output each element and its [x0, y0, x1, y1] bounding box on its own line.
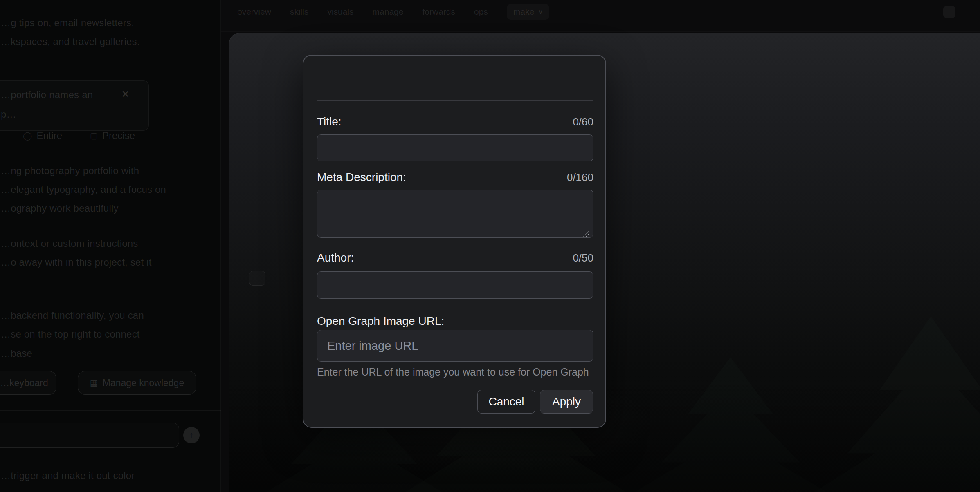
mode-toggle-entire[interactable]: ◯ Entire: [23, 130, 62, 141]
sidebar-text-line: …kspaces, and travel galleries.: [1, 36, 140, 47]
context-card: [0, 80, 149, 131]
cancel-button[interactable]: Cancel: [477, 390, 535, 414]
title-counter: 0/60: [573, 116, 593, 128]
context-card-title: …portfolio names an: [1, 89, 93, 101]
nav-item-skills[interactable]: skills: [290, 7, 309, 17]
chat-text-line: …o away with in this project, set it: [1, 257, 152, 268]
context-card-subtitle: p…: [1, 109, 16, 120]
send-icon: ↑: [189, 430, 194, 441]
author-counter: 0/50: [573, 252, 593, 264]
sidebar: …g tips on, email newsletters, …kspaces,…: [0, 0, 221, 492]
chat-text-line: …se on the top right to connect: [1, 329, 140, 340]
sidebar-text-line: …g tips on, email newsletters,: [1, 17, 134, 29]
keyboard-button[interactable]: …keyboard: [0, 371, 56, 395]
og-help-text: Enter the URL of the image you want to u…: [317, 366, 589, 378]
author-input[interactable]: [317, 271, 593, 299]
og-image-url-label: Open Graph Image URL:: [317, 315, 444, 328]
mode-toggle-row: ◯ Entire ▢ Precise: [23, 130, 135, 141]
make-dropdown-label: make: [513, 7, 534, 17]
sidebar-divider: [0, 410, 221, 411]
chat-text-line: …backend functionality, you can: [1, 310, 144, 321]
manage-knowledge-label: Manage knowledge: [103, 378, 184, 389]
nav-item-overview[interactable]: overview: [237, 7, 271, 17]
sidebar-footer-line: …trigger and make it out color: [1, 470, 135, 481]
make-dropdown[interactable]: make ∨: [507, 4, 549, 20]
chat-text-line: …base: [1, 348, 32, 359]
mode-label: Entire: [36, 130, 62, 141]
nav-item-forwards[interactable]: forwards: [422, 7, 455, 17]
app-window: overview skills visuals manage forwards …: [0, 0, 980, 492]
mode-toggle-precise[interactable]: ▢ Precise: [90, 130, 135, 141]
circle-icon: ◯: [23, 131, 32, 141]
square-icon: ▢: [90, 131, 98, 141]
chat-text-line: …elegant typography, and a focus on: [1, 184, 166, 195]
meta-description-counter: 0/160: [567, 171, 593, 184]
chat-text-line: …ontext or custom instructions: [1, 238, 138, 249]
chevron-down-icon: ∨: [538, 8, 543, 16]
apply-button[interactable]: Apply: [540, 390, 593, 414]
title-label: Title:: [317, 115, 342, 128]
chat-text-line: …ography work beautifully: [1, 203, 119, 214]
meta-field-header: Meta Description: 0/160: [317, 171, 593, 184]
nav-item-ops[interactable]: ops: [474, 7, 488, 17]
keyboard-button-label: …keyboard: [0, 378, 48, 389]
topbar-nav: overview skills visuals manage forwards …: [237, 0, 549, 24]
meta-description-label: Meta Description:: [317, 171, 406, 184]
manage-knowledge-button[interactable]: ▦ Manage knowledge: [78, 371, 196, 395]
chat-text-line: …ng photography portfolio with: [1, 165, 139, 177]
author-label: Author:: [317, 251, 354, 264]
canvas-button[interactable]: [249, 271, 265, 286]
settings-dialog: Settings Title: 0/60 Meta Description: 0…: [303, 55, 606, 428]
send-button[interactable]: ↑: [183, 427, 200, 443]
meta-description-textarea[interactable]: [317, 190, 593, 238]
og-field-header: Open Graph Image URL:: [317, 315, 593, 328]
topbar-action-icon[interactable]: [943, 6, 955, 18]
dialog-divider: [317, 100, 593, 101]
mode-label: Precise: [102, 130, 135, 141]
close-icon[interactable]: ✕: [121, 88, 130, 100]
nav-item-manage[interactable]: manage: [373, 7, 404, 17]
og-image-url-input[interactable]: [317, 330, 593, 362]
title-input[interactable]: [317, 134, 593, 161]
author-field-header: Author: 0/50: [317, 251, 593, 264]
chat-input[interactable]: [0, 423, 179, 448]
nav-item-visuals[interactable]: visuals: [327, 7, 353, 17]
title-field-header: Title: 0/60: [317, 115, 593, 128]
grid-icon: ▦: [90, 378, 98, 388]
